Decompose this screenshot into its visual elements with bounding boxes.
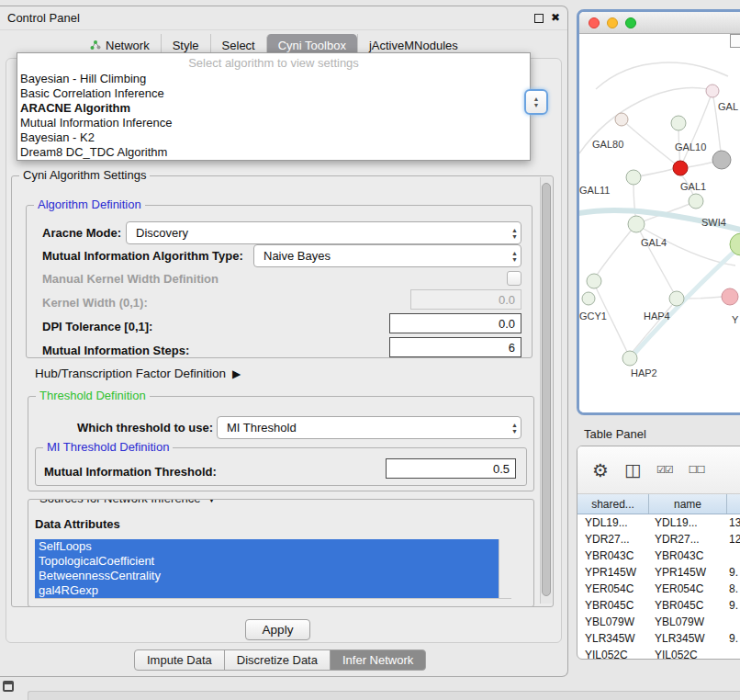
combo-arrows-icon: ▲▼ <box>511 222 518 243</box>
settings-scrollbar-thumb[interactable] <box>542 183 551 596</box>
table-cell: 13 <box>727 514 740 531</box>
network-node[interactable] <box>582 292 595 305</box>
tab-label: jActiveMNodules <box>369 39 458 52</box>
tab-infer-network[interactable]: Infer Network <box>330 649 426 671</box>
table-row[interactable]: YER054CYER054C8. <box>577 581 740 597</box>
minimize-traffic-light[interactable] <box>607 17 618 28</box>
select-all-checks-icon[interactable]: ☑☑ <box>656 464 673 476</box>
algorithm-placeholder: Select algorithm to view settings <box>17 55 530 72</box>
node-label-gal80: GAL80 <box>592 139 623 150</box>
mi-type-label: Mutual Information Algorithm Type: <box>42 249 243 263</box>
close-window-icon[interactable]: ✖ <box>551 11 560 24</box>
column-header-name[interactable]: name <box>649 494 727 514</box>
algorithm-option-bayesian-hill-climbing[interactable]: Bayesian - Hill Climbing <box>17 72 530 86</box>
node-label-y: Y <box>732 314 739 325</box>
table-row[interactable]: YIL052CYIL052C <box>577 647 740 660</box>
table-row[interactable]: YBR045CYBR045C9. <box>577 597 740 614</box>
table-cell: YBL079W <box>577 614 649 630</box>
node-label-gal1: GAL1 <box>680 181 706 192</box>
combo-up-icon: ▲ <box>533 96 540 102</box>
bottom-window-edge <box>28 691 740 700</box>
network-node[interactable] <box>722 288 738 305</box>
attribute-item-betweennesscentrality[interactable]: BetweennessCentrality <box>35 569 499 583</box>
node-label-gal11: GAL11 <box>579 185 610 196</box>
which-threshold-label: Which threshold to use: <box>77 421 213 435</box>
network-node[interactable] <box>712 151 731 169</box>
columns-icon[interactable]: ◫ <box>624 459 641 480</box>
aracne-mode-select[interactable]: Discovery ▲▼ <box>126 221 521 244</box>
tab-label: Style <box>173 39 199 52</box>
combo-arrows-icon: ▲▼ <box>511 245 518 266</box>
mi-threshold-label: Mutual Information Threshold: <box>44 465 217 479</box>
hub-section-header[interactable]: Hub/Transcription Factor Definition ▶ <box>35 367 241 380</box>
which-threshold-select[interactable]: MI Threshold ▲▼ <box>217 416 521 439</box>
network-node[interactable] <box>587 274 601 288</box>
mi-type-select[interactable]: Naive Bayes ▲▼ <box>253 244 521 267</box>
table-panel: ⚙ ◫ ☑☑ ☐☐ shared...name YDL19...YDL19...… <box>577 446 740 660</box>
network-canvas[interactable]: GALGAL80GAL10GAL11GAL1SWI4GAL4GCY1HAP4YH… <box>579 34 740 415</box>
attribute-item-topologicalcoefficient[interactable]: TopologicalCoefficient <box>35 554 499 569</box>
settings-scrollbar[interactable] <box>540 177 552 604</box>
table-cell <box>727 614 740 630</box>
table-header: shared...name <box>577 494 740 514</box>
chevron-down-icon[interactable]: ▼ <box>207 499 218 505</box>
zoom-traffic-light[interactable] <box>625 17 636 28</box>
attributes-horizontal-scrollbar[interactable] <box>35 598 511 605</box>
network-node[interactable] <box>706 85 719 97</box>
network-node[interactable] <box>671 116 686 130</box>
table-cell: YBR043C <box>649 548 727 564</box>
network-node[interactable] <box>673 161 688 175</box>
table-row[interactable]: YDR27...YDR27...12 <box>577 531 740 548</box>
table-cell: YLR345W <box>649 630 727 647</box>
network-node[interactable] <box>615 113 628 126</box>
float-window-icon[interactable] <box>534 14 544 23</box>
control-panel-window: Control Panel ✖ NetworkStyleSelectCyni T… <box>0 6 568 677</box>
attribute-item-gal4rgexp[interactable]: gal4RGexp <box>35 583 499 598</box>
network-node[interactable] <box>626 170 641 185</box>
network-node[interactable] <box>669 291 684 306</box>
mi-threshold-input[interactable]: 0.5 <box>386 458 516 479</box>
table-cell: YPR145W <box>649 564 727 581</box>
window-titlebar: Control Panel ✖ <box>0 6 567 30</box>
attributes-vertical-scrollbar[interactable] <box>499 539 511 598</box>
mi-steps-input[interactable]: 6 <box>389 337 521 357</box>
table-row[interactable]: YBL079WYBL079W <box>577 614 740 630</box>
gear-icon[interactable]: ⚙ <box>592 459 609 481</box>
column-header-shared-[interactable]: shared... <box>577 494 649 514</box>
network-node[interactable] <box>689 194 703 209</box>
table-row[interactable]: YBR043CYBR043C <box>577 548 740 564</box>
algorithm-option-dream8-dc-tdc-algorithm[interactable]: Dream8 DC_TDC Algorithm <box>17 145 530 160</box>
combo-down-icon: ▼ <box>533 102 540 108</box>
close-traffic-light[interactable] <box>589 17 600 28</box>
mi-threshold-group-title: MI Threshold Definition <box>43 440 173 454</box>
table-row[interactable]: YLR345WYLR345W9. <box>577 630 740 647</box>
aracne-mode-value: Discovery <box>136 226 188 240</box>
minimized-panel-icon[interactable] <box>3 681 14 692</box>
network-node[interactable] <box>628 216 645 232</box>
attribute-item-selfloops[interactable]: SelfLoops <box>35 539 499 554</box>
algorithm-option-aracne-algorithm[interactable]: ARACNE Algorithm <box>17 101 530 116</box>
data-attributes-list: SelfLoopsTopologicalCoefficientBetweenne… <box>35 539 499 598</box>
kernel-width-label: Kernel Width (0,1): <box>42 296 148 310</box>
algorithm-option-basic-correlation-inference[interactable]: Basic Correlation Inference <box>17 86 530 101</box>
manual-kernel-checkbox[interactable] <box>507 271 521 286</box>
algorithm-select-stepper[interactable]: ▲ ▼ <box>524 89 548 115</box>
algorithm-option-mutual-information-inference[interactable]: Mutual Information Inference <box>17 116 530 130</box>
deselect-all-checks-icon[interactable]: ☐☐ <box>689 464 705 476</box>
kernel-width-input: 0.0 <box>410 289 521 310</box>
network-scroll-corner[interactable] <box>730 34 740 48</box>
node-label-hap4: HAP4 <box>644 310 670 322</box>
apply-button[interactable]: Apply <box>245 619 310 640</box>
algorithm-option-bayesian-k2[interactable]: Bayesian - K2 <box>17 130 530 145</box>
table-cell: 9. <box>727 597 740 614</box>
table-row[interactable]: YPR145WYPR145W9. <box>577 564 740 581</box>
table-cell: YPR145W <box>577 564 649 581</box>
tab-impute-data[interactable]: Impute Data <box>134 649 225 671</box>
column-header-2[interactable] <box>727 494 740 514</box>
network-node[interactable] <box>622 351 637 366</box>
tab-discretize-data[interactable]: Discretize Data <box>224 649 331 671</box>
table-cell: YIL052C <box>577 647 649 660</box>
table-row[interactable]: YDL19...YDL19...13 <box>577 514 740 531</box>
dpi-tolerance-input[interactable]: 0.0 <box>389 313 521 333</box>
table-cell: 8. <box>727 581 740 597</box>
